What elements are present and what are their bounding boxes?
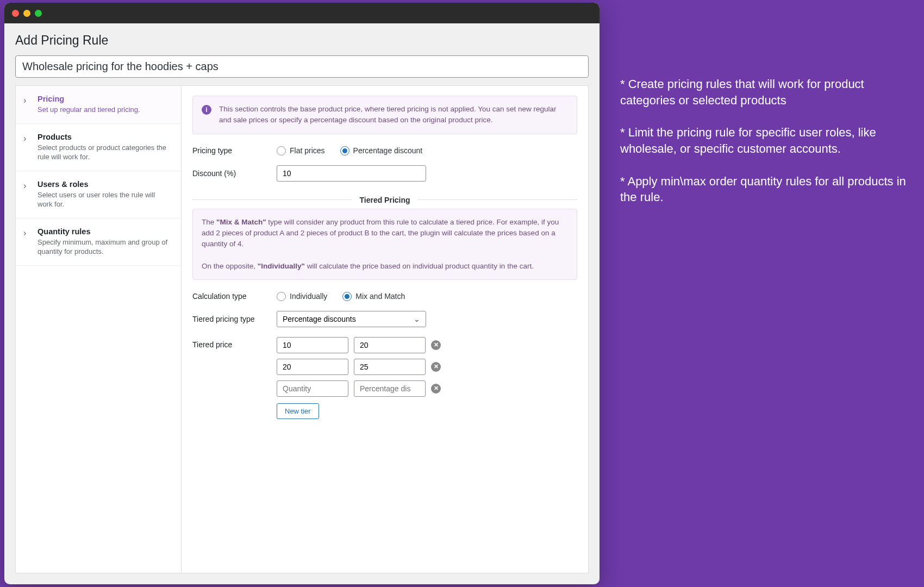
tiered-type-select[interactable]: Percentage discounts ⌄ bbox=[277, 311, 426, 327]
chevron-down-icon: ⌄ bbox=[414, 315, 420, 323]
notice-bold: "Mix & Match" bbox=[216, 218, 266, 226]
sidebar-item-title: Users & roles bbox=[38, 180, 171, 189]
radio-flat-prices[interactable]: Flat prices bbox=[277, 146, 325, 155]
close-icon: ✕ bbox=[434, 363, 439, 370]
annotation-text: * Limit the pricing rule for specific us… bbox=[620, 124, 908, 157]
info-icon: i bbox=[202, 105, 211, 115]
notice-text: This section controls the base product p… bbox=[219, 105, 557, 124]
calc-type-label: Calculation type bbox=[192, 292, 277, 301]
radio-icon bbox=[342, 292, 352, 301]
discount-row: Discount (%) bbox=[192, 165, 577, 182]
sidebar-item-desc: Select products or product categories th… bbox=[38, 143, 171, 162]
marketing-annotations: * Create pricing rules that will work fo… bbox=[604, 0, 924, 587]
tiered-notice: The "Mix & Match" type will consider any… bbox=[192, 209, 577, 280]
sidebar-item-desc: Specify minimum, maximum and group of qu… bbox=[38, 238, 171, 257]
radio-label: Flat prices bbox=[290, 146, 325, 155]
tier-row: ✕ bbox=[277, 337, 441, 353]
discount-input[interactable] bbox=[277, 165, 426, 182]
window-maximize-button[interactable] bbox=[35, 10, 42, 17]
tier-discount-input[interactable] bbox=[354, 380, 426, 397]
tier-qty-input[interactable] bbox=[277, 359, 348, 375]
tiered-price-row: Tiered price ✕ ✕ bbox=[192, 337, 577, 419]
tiered-pricing-divider: Tiered Pricing bbox=[192, 196, 577, 204]
annotation-text: * Create pricing rules that will work fo… bbox=[620, 76, 908, 108]
radio-label: Mix and Match bbox=[355, 292, 405, 301]
discount-label: Discount (%) bbox=[192, 169, 277, 178]
tier-qty-input[interactable] bbox=[277, 337, 348, 353]
radio-mix-and-match[interactable]: Mix and Match bbox=[342, 292, 405, 301]
sidebar-item-users-roles[interactable]: › Users & roles Select users or user rol… bbox=[16, 171, 181, 218]
tiered-type-label: Tiered pricing type bbox=[192, 315, 277, 323]
tier-row-empty: ✕ bbox=[277, 380, 441, 397]
pricing-notice: i This section controls the base product… bbox=[192, 96, 577, 134]
sidebar-item-pricing[interactable]: › Pricing Set up regular and tiered pric… bbox=[16, 86, 181, 124]
divider-label-text: Tiered Pricing bbox=[352, 196, 417, 204]
sidebar-item-desc: Select users or user roles the rule will… bbox=[38, 190, 171, 209]
calc-type-row: Calculation type Individually Mix and Ma… bbox=[192, 292, 577, 301]
page-title: Add Pricing Rule bbox=[15, 33, 589, 48]
remove-tier-button[interactable]: ✕ bbox=[431, 362, 441, 372]
select-value: Percentage discounts bbox=[283, 315, 356, 323]
radio-icon bbox=[277, 146, 286, 155]
tier-qty-input[interactable] bbox=[277, 380, 348, 397]
notice-text-part: will calculate the price based on indivi… bbox=[305, 262, 534, 270]
pricing-type-row: Pricing type Flat prices Percentage disc… bbox=[192, 146, 577, 155]
window-minimize-button[interactable] bbox=[23, 10, 30, 17]
notice-text-part: On the opposite, bbox=[202, 262, 258, 270]
pricing-type-label: Pricing type bbox=[192, 146, 277, 155]
radio-percentage-discount[interactable]: Percentage discount bbox=[340, 146, 423, 155]
chevron-right-icon: › bbox=[23, 134, 26, 143]
annotation-text: * Apply min\max order quantity rules for… bbox=[620, 173, 908, 205]
radio-icon bbox=[340, 146, 349, 155]
page-header: Add Pricing Rule bbox=[4, 23, 600, 85]
sidebar-item-title: Pricing bbox=[38, 95, 171, 103]
notice-bold: "Individually" bbox=[258, 262, 305, 270]
tier-discount-input[interactable] bbox=[354, 359, 426, 375]
new-tier-button[interactable]: New tier bbox=[277, 403, 319, 419]
sidebar-item-quantity-rules[interactable]: › Quantity rules Specify minimum, maximu… bbox=[16, 218, 181, 266]
sidebar-item-title: Quantity rules bbox=[38, 227, 171, 236]
radio-label: Individually bbox=[290, 292, 327, 301]
chevron-right-icon: › bbox=[23, 181, 26, 191]
sidebar-item-title: Products bbox=[38, 133, 171, 141]
window-titlebar bbox=[4, 3, 600, 23]
tiered-price-label: Tiered price bbox=[192, 337, 277, 349]
sidebar-item-products[interactable]: › Products Select products or product ca… bbox=[16, 124, 181, 171]
tier-row: ✕ bbox=[277, 359, 441, 375]
close-icon: ✕ bbox=[434, 341, 439, 348]
notice-text-part: The bbox=[202, 218, 216, 226]
rule-name-input[interactable] bbox=[15, 55, 589, 78]
window-close-button[interactable] bbox=[12, 10, 19, 17]
tier-rows: ✕ ✕ ✕ bbox=[277, 337, 441, 397]
settings-sidebar: › Pricing Set up regular and tiered pric… bbox=[15, 85, 181, 573]
settings-panel: i This section controls the base product… bbox=[181, 85, 589, 573]
radio-individually[interactable]: Individually bbox=[277, 292, 327, 301]
close-icon: ✕ bbox=[434, 385, 439, 392]
radio-label: Percentage discount bbox=[353, 146, 423, 155]
tiered-type-row: Tiered pricing type Percentage discounts… bbox=[192, 311, 577, 327]
remove-tier-button[interactable]: ✕ bbox=[431, 384, 441, 394]
chevron-right-icon: › bbox=[23, 228, 26, 238]
radio-icon bbox=[277, 292, 286, 301]
remove-tier-button[interactable]: ✕ bbox=[431, 340, 441, 350]
tier-discount-input[interactable] bbox=[354, 337, 426, 353]
chevron-right-icon: › bbox=[23, 96, 26, 105]
sidebar-item-desc: Set up regular and tiered pricing. bbox=[38, 105, 171, 115]
app-window: Add Pricing Rule › Pricing Set up regula… bbox=[4, 3, 600, 584]
